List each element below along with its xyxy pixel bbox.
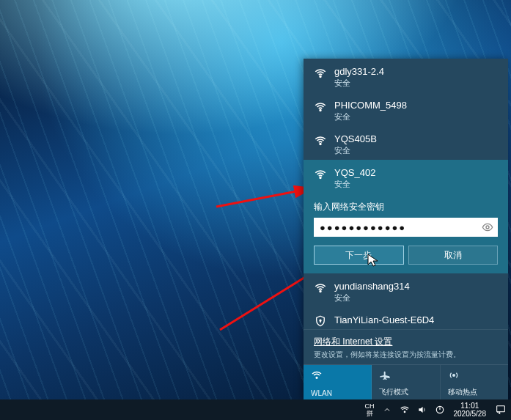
password-input[interactable] <box>314 218 498 237</box>
svg-point-8 <box>320 320 321 321</box>
clock-time: 11:01 <box>460 402 479 410</box>
reveal-password-icon[interactable] <box>482 221 493 233</box>
svg-rect-13 <box>497 406 505 412</box>
lang-top: CH <box>365 402 375 410</box>
taskbar[interactable]: CH 拼 11:01 2020/5/28 <box>0 399 511 420</box>
network-flyout: gdly331-2.4 安全 PHICOMM_5498 安全 Y <box>304 59 508 400</box>
clock-date: 2020/5/28 <box>454 410 487 418</box>
network-item[interactable]: TianYiLian-Guest-E6D4 <box>304 307 508 329</box>
password-field-wrap <box>314 218 498 237</box>
network-list: gdly331-2.4 安全 PHICOMM_5498 安全 Y <box>304 59 508 329</box>
tray-chevron-up-icon[interactable] <box>382 405 392 415</box>
lang-bottom: 拼 <box>367 410 373 417</box>
hotspot-icon <box>448 369 501 381</box>
tray-notifications-icon[interactable] <box>495 404 507 416</box>
airplane-icon <box>379 369 432 381</box>
svg-point-3 <box>320 110 321 111</box>
tile-wlan[interactable]: WLAN <box>304 365 372 400</box>
tray-clock[interactable]: 11:01 2020/5/28 <box>449 402 491 418</box>
svg-point-11 <box>404 411 405 413</box>
network-settings-section: 网络和 Internet 设置 更改设置，例如将某连接设置为按流量计费。 <box>304 329 508 364</box>
system-tray <box>378 405 449 415</box>
cancel-button[interactable]: 取消 <box>408 246 499 265</box>
tile-hotspot[interactable]: 移动热点 <box>441 365 508 400</box>
tray-volume-icon[interactable] <box>417 405 427 415</box>
network-item[interactable]: YQS405B 安全 <box>304 126 508 160</box>
quick-tiles: WLAN 飞行模式 移动热点 <box>304 364 508 400</box>
network-item[interactable]: PHICOMM_5498 安全 <box>304 92 508 126</box>
svg-point-4 <box>320 144 321 145</box>
wifi-secure-icon <box>314 281 327 295</box>
network-status: 安全 <box>334 145 377 155</box>
network-item[interactable]: gdly331-2.4 安全 <box>304 59 508 92</box>
wifi-secure-icon <box>314 100 327 114</box>
tray-power-icon[interactable] <box>435 405 445 415</box>
network-settings-hint: 更改设置，例如将某连接设置为按流量计费。 <box>314 350 498 360</box>
network-ssid: TianYiLian-Guest-E6D4 <box>334 314 434 326</box>
network-status: 安全 <box>334 292 410 303</box>
network-ssid: YQS405B <box>334 133 377 145</box>
connect-panel: 输入网络安全密钥 下一步 取消 <box>304 194 508 273</box>
svg-point-5 <box>320 177 321 179</box>
tray-wifi-icon[interactable] <box>400 405 410 415</box>
wifi-secure-icon <box>314 134 327 147</box>
network-ssid: YQS_402 <box>334 167 375 179</box>
network-item[interactable]: yundianshang314 安全 <box>304 273 508 307</box>
password-prompt: 输入网络安全密钥 <box>314 201 498 213</box>
network-status: 安全 <box>334 78 384 88</box>
svg-point-2 <box>320 76 321 78</box>
wifi-secure-icon <box>314 168 327 181</box>
network-ssid: gdly331-2.4 <box>334 66 384 78</box>
tray-language[interactable]: CH 拼 <box>362 402 378 417</box>
network-ssid: yundianshang314 <box>334 281 410 292</box>
svg-point-9 <box>316 377 317 378</box>
wifi-secure-icon <box>314 67 327 80</box>
wifi-icon <box>311 369 364 381</box>
svg-point-6 <box>486 226 489 229</box>
network-status: 安全 <box>334 111 407 122</box>
network-status: 安全 <box>334 179 375 189</box>
tile-airplane[interactable]: 飞行模式 <box>372 365 440 400</box>
next-button[interactable]: 下一步 <box>314 246 404 265</box>
svg-point-7 <box>320 291 321 292</box>
wifi-open-icon <box>314 314 327 328</box>
tile-label: 移动热点 <box>448 387 501 397</box>
network-ssid: PHICOMM_5498 <box>334 100 407 111</box>
network-settings-link[interactable]: 网络和 Internet 设置 <box>314 336 392 347</box>
tile-label: WLAN <box>311 389 364 397</box>
svg-point-10 <box>452 375 455 377</box>
tile-label: 飞行模式 <box>379 387 432 397</box>
network-item-selected[interactable]: YQS_402 安全 <box>304 160 508 194</box>
